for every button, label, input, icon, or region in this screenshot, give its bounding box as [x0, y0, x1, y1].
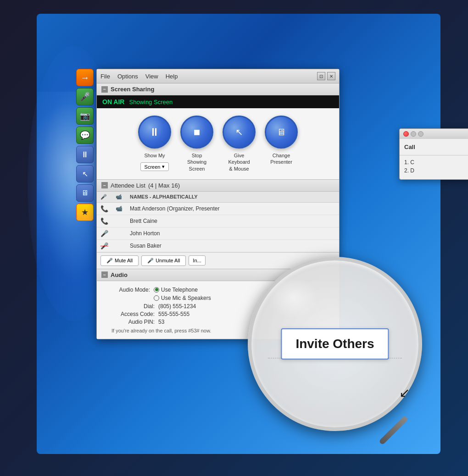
- attendee-header: − Attendee List (4 | Max 16): [97, 180, 339, 192]
- pause-icon: ⏸: [81, 150, 89, 160]
- attendee-phone-icon: 📞: [100, 205, 108, 212]
- cursor-pointer: ↙: [399, 385, 410, 400]
- sidebar-btn-monitor[interactable]: 🖥: [76, 184, 94, 202]
- sidebar-btn-cursor[interactable]: ↖: [76, 165, 94, 183]
- control-show-my-screen: ⏸ Show My Screen ▾: [138, 116, 171, 171]
- presenter-label: ChangePresenter: [270, 152, 292, 166]
- second-window-list: 1. C 2. D: [400, 155, 468, 179]
- audio-mode-label: Audio Mode:: [104, 287, 150, 293]
- screen-dropdown[interactable]: Screen ▾: [140, 162, 169, 171]
- sidebar-btn-mic[interactable]: 🎤: [76, 88, 94, 105]
- mute-all-label: Mute All: [115, 258, 133, 263]
- second-window-title-bar: [400, 129, 468, 139]
- keyboard-icon: ↖: [235, 127, 243, 138]
- dial-label: Dial:: [104, 303, 155, 310]
- collapse-attendee[interactable]: −: [101, 182, 108, 188]
- restore-button[interactable]: ⊡: [317, 72, 325, 80]
- access-code-label: Access Code:: [104, 311, 155, 317]
- stop-button[interactable]: ■: [180, 116, 213, 149]
- showing-screen-text: Showing Screen: [129, 99, 173, 105]
- screen-sharing-label: Screen Sharing: [111, 86, 154, 93]
- sidebar: → 🎤 📷 💬 ⏸ ↖ 🖥 ★: [73, 69, 96, 221]
- pause-play-button[interactable]: ⏸: [138, 116, 171, 149]
- pause-play-icon: ⏸: [149, 126, 160, 138]
- table-row: 🎤 John Horton: [97, 227, 339, 239]
- access-code-value: 555-555-555: [158, 311, 189, 317]
- attendee-phone-icon-2: 📞: [100, 217, 108, 225]
- mic-label: Use Mic & Speakers: [161, 295, 211, 301]
- second-list-item-1: 1. C: [404, 159, 468, 166]
- attendee-section: − Attendee List (4 | Max 16) 🎤 📹 NAMES -…: [97, 179, 339, 269]
- cursor-icon: ↖: [82, 170, 88, 178]
- menu-view[interactable]: View: [145, 73, 158, 80]
- second-window: Call 1. C 2. D: [399, 128, 468, 180]
- attendee-mic-muted-icon: 🎤: [100, 242, 108, 249]
- mute-icon: 🎤: [106, 258, 113, 264]
- unmute-all-button[interactable]: 🎤 Unmute All: [141, 255, 186, 266]
- mic-speakers-option[interactable]: Use Mic & Speakers: [154, 295, 211, 301]
- menu-help[interactable]: Help: [166, 73, 178, 80]
- telephone-label: Use Telephone: [161, 287, 198, 293]
- attendee-name: Matt Anderson (Organizer, Presenter: [126, 202, 339, 215]
- on-air-text: ON AIR: [102, 98, 124, 105]
- table-row: 📞 Brett Caine: [97, 215, 339, 227]
- invite-others-label: Invite Others: [295, 337, 374, 351]
- sidebar-btn-video[interactable]: 📷: [76, 107, 94, 125]
- collapse-screen-sharing[interactable]: −: [101, 86, 108, 93]
- mute-all-button[interactable]: 🎤 Mute All: [100, 255, 139, 266]
- minimize-dot[interactable]: [411, 131, 416, 137]
- keyboard-label: GiveKeyboard& Mouse: [228, 152, 250, 172]
- dial-value: (805) 555-1234: [158, 303, 196, 310]
- attendee-name-2: Brett Caine: [126, 215, 339, 227]
- sidebar-btn-chat[interactable]: 💬: [76, 127, 94, 144]
- telephone-radio[interactable]: [154, 287, 159, 293]
- attendee-name-4: Susan Baker: [126, 239, 339, 252]
- attendee-name-3: John Horton: [126, 227, 339, 239]
- col-mic-icon: 🎤: [100, 194, 107, 199]
- invite-others-button-small[interactable]: In...: [189, 255, 205, 266]
- menu-bar: File Options View Help: [100, 73, 178, 80]
- col-video-icon: 📹: [116, 194, 122, 199]
- keyboard-button[interactable]: ↖: [223, 116, 256, 149]
- screen-sharing-header: − Screen Sharing: [97, 83, 339, 95]
- pin-label: Audio PIN:: [104, 319, 155, 325]
- presenter-button[interactable]: 🖥: [265, 116, 298, 149]
- control-presenter: 🖥 ChangePresenter: [265, 116, 298, 166]
- chat-icon: 💬: [80, 130, 90, 140]
- attendee-count: (4 | Max 16): [148, 182, 180, 189]
- magnifier: Invite Others: [248, 257, 422, 431]
- radio-filled-dot: [155, 288, 158, 291]
- sidebar-btn-star[interactable]: ★: [76, 204, 94, 221]
- invite-others-button[interactable]: Invite Others: [281, 328, 389, 360]
- title-bar: File Options View Help ⊡ ✕: [97, 69, 339, 83]
- collapse-audio[interactable]: −: [101, 271, 108, 278]
- mic-icon: 🎤: [80, 92, 90, 102]
- second-window-call-label: Call: [400, 139, 468, 155]
- sidebar-btn-pause[interactable]: ⏸: [76, 146, 94, 163]
- window-controls: ⊡ ✕: [317, 72, 335, 80]
- table-row: 🎤 Susan Baker: [97, 239, 339, 252]
- menu-options[interactable]: Options: [117, 73, 138, 80]
- maximize-dot[interactable]: [418, 131, 423, 137]
- show-my-label: Show My: [144, 152, 165, 159]
- telephone-option[interactable]: Use Telephone: [154, 287, 198, 293]
- controls-area: ⏸ Show My Screen ▾ ■ StopShowingScreen ↖…: [97, 108, 339, 179]
- mic-radio[interactable]: [154, 295, 159, 301]
- close-dot[interactable]: [403, 131, 409, 137]
- menu-file[interactable]: File: [100, 73, 110, 80]
- arrow-right-icon: →: [80, 72, 89, 83]
- video-icon: 📷: [80, 111, 90, 121]
- second-list-item-2: 2. D: [404, 167, 468, 174]
- col-names: NAMES - ALPHABETICALLY: [126, 192, 339, 203]
- presenter-icon: 🖥: [277, 127, 286, 138]
- attendee-list-label: Attendee List: [111, 182, 145, 189]
- control-stop: ■ StopShowingScreen: [180, 116, 213, 172]
- unmute-all-label: Unmute All: [156, 258, 180, 263]
- unmute-icon: 🎤: [147, 258, 154, 264]
- attendee-mic-icon-3: 🎤: [100, 230, 108, 237]
- stop-label: StopShowingScreen: [187, 152, 206, 172]
- close-button[interactable]: ✕: [327, 72, 335, 80]
- control-keyboard: ↖ GiveKeyboard& Mouse: [223, 116, 256, 172]
- sidebar-btn-share[interactable]: →: [76, 69, 94, 86]
- monitor-icon: 🖥: [81, 189, 89, 197]
